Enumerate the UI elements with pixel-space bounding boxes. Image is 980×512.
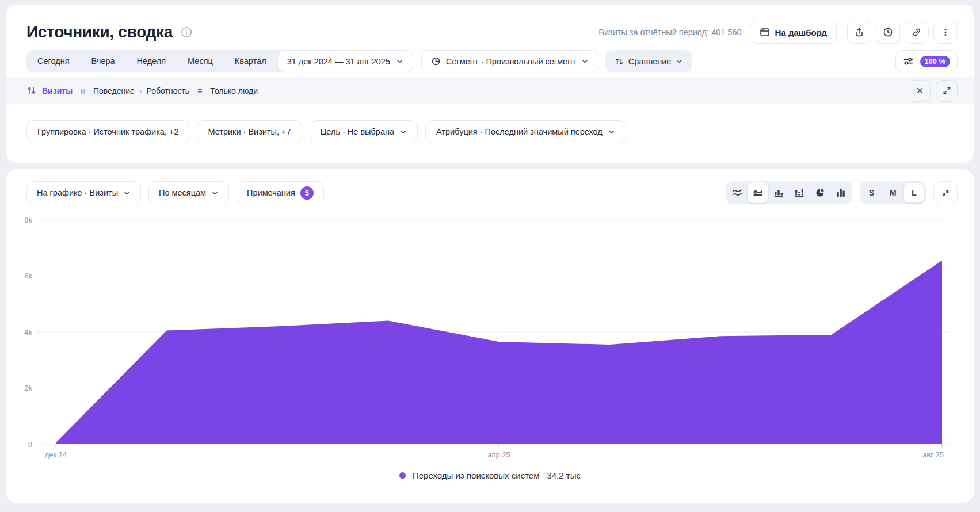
- svg-text:авг 25: авг 25: [922, 450, 944, 459]
- chart-size-medium[interactable]: M: [882, 182, 903, 203]
- period-tab-yesterday[interactable]: Вчера: [81, 50, 126, 72]
- line-chart-icon: [731, 188, 743, 198]
- period-tab-week[interactable]: Неделя: [126, 50, 177, 72]
- legend-color-dot: [399, 472, 406, 479]
- chart-size-small[interactable]: S: [861, 182, 882, 203]
- legend-series-label: Переходы из поисковых систем: [413, 471, 540, 480]
- metric-comparison-icon: [26, 86, 36, 95]
- metrics-label: Метрики · Визиты, +7: [208, 127, 291, 136]
- more-actions-button[interactable]: [933, 21, 958, 44]
- dashboard-icon: [760, 27, 770, 37]
- segment-selector[interactable]: Сегмент · Произвольный сегмент: [421, 50, 598, 72]
- chart-legend-item[interactable]: Переходы из поисковых систем 34,2 тыс: [6, 471, 974, 480]
- svg-text:дек 24: дек 24: [45, 450, 67, 459]
- info-icon[interactable]: [181, 26, 192, 38]
- chevron-down-icon: [123, 189, 131, 197]
- period-tabs-group: Сегодня Вчера Неделя Месяц Квартал 31 де…: [26, 50, 413, 72]
- chevron-down-icon: [396, 58, 403, 65]
- grouping-selector[interactable]: Группировка · Источник трафика, +2: [26, 120, 189, 143]
- attribution-selector[interactable]: Атрибуция · Последний значимый переход: [425, 120, 626, 143]
- sliders-icon: [903, 56, 914, 67]
- granularity-selector[interactable]: По месяцам: [148, 181, 229, 204]
- kebab-menu-icon: [940, 27, 951, 37]
- grouping-label: Группировка · Источник трафика, +2: [37, 127, 178, 136]
- chevron-down-icon: [676, 58, 683, 65]
- column-chart-icon: [773, 188, 784, 198]
- chevron-down-icon: [581, 58, 589, 65]
- expand-icon: [943, 86, 951, 95]
- history-button[interactable]: [876, 21, 900, 44]
- collapse-icon: [941, 189, 950, 197]
- filter-conjunction: и: [81, 86, 85, 95]
- on-chart-metric-selector[interactable]: На графике · Визиты: [26, 181, 141, 204]
- goal-label: Цель · Не выбрана: [321, 127, 394, 136]
- chart-type-columns[interactable]: [768, 182, 789, 203]
- period-and-segment-row: Сегодня Вчера Неделя Месяц Квартал 31 де…: [26, 50, 958, 72]
- svg-text:8k: 8k: [24, 216, 32, 224]
- date-range-selector[interactable]: 31 дек 2024 — 31 авг 2025: [277, 50, 413, 72]
- visits-period-summary: Визиты за отчётный период: 401 560: [598, 28, 741, 37]
- chevron-down-icon: [211, 189, 219, 197]
- chart-type-areas[interactable]: [748, 182, 768, 203]
- comparison-icon: [615, 57, 624, 66]
- sampling-settings-button[interactable]: 100 %: [895, 50, 958, 72]
- share-icon: [854, 27, 864, 37]
- link-icon: [912, 27, 922, 37]
- filter-subdimension[interactable]: Роботность: [147, 86, 190, 95]
- chart-type-pie[interactable]: [810, 182, 830, 203]
- svg-text:6k: 6k: [24, 272, 32, 280]
- collapse-chart-button[interactable]: [933, 181, 958, 204]
- copy-link-button[interactable]: [905, 21, 929, 44]
- filter-dimension[interactable]: Поведение: [93, 86, 135, 95]
- svg-text:0: 0: [28, 440, 32, 449]
- svg-text:2k: 2k: [24, 384, 32, 392]
- notes-count-badge: 5: [300, 186, 314, 200]
- chevron-down-icon: [399, 128, 407, 136]
- filter-separator: ›: [139, 86, 142, 95]
- chart-type-stacked-columns[interactable]: [789, 182, 810, 203]
- attribution-label: Атрибуция · Последний значимый переход: [436, 127, 603, 136]
- close-icon: [916, 86, 924, 95]
- chevron-down-icon: [608, 128, 615, 136]
- report-header-card: Источники, сводка Визиты за отчётный пер…: [6, 5, 974, 163]
- clear-filter-button[interactable]: [909, 80, 931, 102]
- to-dashboard-button[interactable]: На дашборд: [750, 21, 837, 44]
- notes-button[interactable]: Примечания 5: [237, 181, 324, 204]
- active-filter-bar: Визиты и Поведение › Роботность = Только…: [6, 77, 974, 104]
- page-title: Источники, сводка: [26, 23, 173, 41]
- goal-selector[interactable]: Цель · Не выбрана: [310, 120, 418, 143]
- granularity-label: По месяцам: [159, 188, 206, 197]
- chart-card: На графике · Визиты По месяцам Примечани…: [6, 169, 974, 503]
- filter-metric[interactable]: Визиты: [42, 86, 73, 95]
- filter-operator: =: [197, 86, 202, 95]
- stacked-column-chart-icon: [794, 188, 805, 198]
- to-dashboard-label: На дашборд: [775, 28, 827, 37]
- period-tab-quarter[interactable]: Квартал: [224, 50, 277, 72]
- date-range-value: 31 дек 2024 — 31 авг 2025: [287, 57, 390, 66]
- report-settings-row: Группировка · Источник трафика, +2 Метри…: [26, 120, 626, 143]
- chart-type-switcher: [726, 181, 852, 204]
- notes-label: Примечания: [247, 188, 295, 197]
- metrics-selector[interactable]: Метрики · Визиты, +7: [197, 120, 302, 143]
- period-tab-month[interactable]: Месяц: [177, 50, 224, 72]
- svg-text:апр 25: апр 25: [487, 450, 510, 459]
- sampling-badge: 100 %: [920, 56, 950, 67]
- comparison-label: Сравнение: [628, 57, 672, 66]
- area-chart-icon: [752, 188, 764, 198]
- svg-text:4k: 4k: [24, 328, 32, 337]
- comparison-selector[interactable]: Сравнение: [605, 50, 693, 72]
- pie-chart-icon: [814, 188, 826, 198]
- bar-chart-icon: [835, 188, 846, 198]
- chart-size-switcher: S M L: [860, 181, 926, 204]
- legend-series-value: 34,2 тыс: [547, 471, 581, 480]
- filter-value[interactable]: Только люди: [210, 86, 258, 95]
- share-button[interactable]: [847, 21, 871, 44]
- segment-donut-icon: [431, 56, 441, 66]
- visits-area-chart[interactable]: 02k4k6k8kдек 24апр 25авг 25: [18, 212, 962, 471]
- period-tab-today[interactable]: Сегодня: [26, 50, 81, 72]
- chart-size-large[interactable]: L: [903, 182, 925, 203]
- chart-controls-row: На графике · Визиты По месяцам Примечани…: [26, 181, 958, 204]
- chart-type-bars[interactable]: [830, 182, 851, 203]
- expand-filter-button[interactable]: [936, 80, 958, 102]
- chart-type-lines[interactable]: [727, 182, 748, 203]
